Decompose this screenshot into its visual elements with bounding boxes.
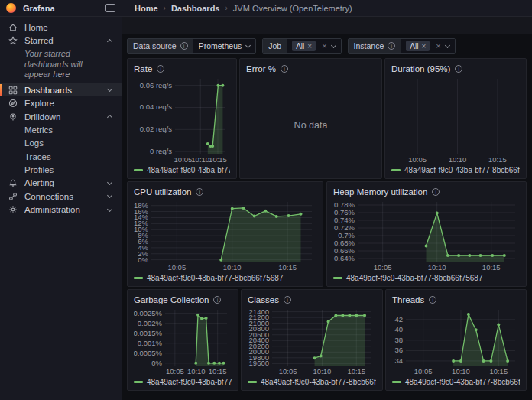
clear-icon[interactable]: ×	[322, 41, 326, 50]
sidebar-item-metrics[interactable]: Metrics	[0, 123, 122, 136]
legend-series[interactable]: 48a49acf-f9c0-43ba-bf77-8bcb66f75687	[147, 166, 230, 174]
breadcrumb-home[interactable]: Home	[135, 4, 158, 13]
error-chart[interactable]: No data	[246, 75, 375, 175]
dashboard-canvas: Data source i Prometheus Job	[122, 34, 532, 400]
sidebar-item-explore[interactable]: Explore	[0, 96, 122, 109]
panel-heap: Heap Memory utilization i 10:0510:1010:1…	[326, 181, 527, 287]
info-icon[interactable]: i	[455, 65, 462, 73]
svg-text:34: 34	[394, 356, 403, 365]
chevron-down-icon[interactable]	[107, 193, 112, 198]
info-icon[interactable]: i	[213, 296, 221, 304]
svg-text:21400: 21400	[249, 307, 269, 316]
svg-text:10:10: 10:10	[313, 367, 332, 376]
heap-chart[interactable]: 10:0510:1010:150.64%0.66%0.68%0.7%0.72%0…	[333, 198, 520, 272]
grafana-app: Grafana Home › Dashboards › JVM Overview…	[0, 0, 532, 400]
series-color-dash	[134, 381, 143, 383]
sidebar-item-administration[interactable]: Administration	[0, 203, 122, 216]
threads-chart[interactable]: 10:0510:1010:153436384042	[392, 306, 520, 376]
sidebar-item-traces[interactable]: Traces	[0, 150, 122, 163]
panel-title[interactable]: CPU utilization	[134, 187, 191, 197]
info-icon[interactable]: i	[284, 296, 291, 304]
svg-text:10:15: 10:15	[209, 155, 227, 164]
chevron-down-icon[interactable]	[107, 207, 112, 212]
svg-text:0.76%: 0.76%	[334, 208, 355, 216]
svg-text:10:15: 10:15	[489, 367, 508, 376]
svg-text:0.74%: 0.74%	[334, 216, 355, 224]
grafana-logo-icon[interactable]	[6, 3, 16, 13]
panel-title[interactable]: Heap Memory utilization	[333, 187, 427, 197]
sidebar-item-profiles[interactable]: Profiles	[0, 163, 122, 176]
duration-chart[interactable]: 10:0510:1010:15	[391, 75, 520, 164]
legend-series[interactable]: 48a49acf-f9c0-43ba-bf77-8bcb66f75687	[405, 378, 520, 386]
remove-tag-icon[interactable]: ×	[421, 42, 426, 50]
panel-title[interactable]: Duration (95%)	[391, 64, 450, 73]
info-icon[interactable]: i	[281, 65, 288, 73]
rate-chart[interactable]: 10:0510:1010:150 req/s0.02 req/s0.04 req…	[134, 75, 230, 164]
clear-icon[interactable]: ×	[436, 41, 440, 50]
var-instance-select[interactable]: All × ×	[401, 39, 454, 53]
sidebar-item-drilldown[interactable]: Drilldown	[0, 110, 122, 123]
legend-series[interactable]: 48a49acf-f9c0-43ba-bf77-8bcb66f75687	[147, 274, 283, 282]
svg-text:10:05: 10:05	[166, 367, 184, 376]
svg-text:10:05: 10:05	[408, 155, 427, 164]
series-color-dash	[248, 381, 257, 383]
svg-text:10:05: 10:05	[279, 367, 297, 376]
svg-text:0.66%: 0.66%	[334, 246, 355, 255]
legend-series[interactable]: 48a49acf-f9c0-43ba-bf77-8bcb66f75687	[346, 274, 482, 282]
sidebar-item-logs[interactable]: Logs	[0, 137, 122, 150]
info-icon[interactable]: i	[196, 188, 203, 196]
star-icon	[8, 35, 18, 46]
drilldown-icon	[8, 112, 18, 122]
svg-text:18%: 18%	[134, 201, 149, 210]
panel-title[interactable]: Classes	[248, 295, 279, 304]
panel-title[interactable]: Error %	[246, 64, 276, 73]
chevron-up-icon[interactable]	[107, 39, 112, 44]
panel-title[interactable]: Rate	[134, 64, 152, 73]
svg-text:40: 40	[394, 325, 403, 333]
svg-text:10:05: 10:05	[374, 263, 392, 272]
var-job-select[interactable]: All × ×	[287, 39, 340, 53]
gc-chart[interactable]: 10:0510:1010:150%0.0005%0.001%0.0015%0.0…	[134, 306, 232, 376]
svg-text:0.64%: 0.64%	[334, 254, 355, 262]
legend-series[interactable]: 48a49acf-f9c0-43ba-bf77-8bcb66f75687	[404, 166, 520, 174]
svg-text:10:15: 10:15	[482, 263, 501, 272]
chevron-down-icon[interactable]	[107, 180, 112, 185]
svg-text:10:15: 10:15	[278, 263, 297, 272]
dock-menu-icon[interactable]	[105, 4, 115, 12]
series-color-dash	[333, 277, 342, 279]
sidebar-item-alerting[interactable]: Alerting	[0, 177, 122, 190]
panel-rate: Rate i 10:0510:1010:150 req/s0.02 req/s0…	[127, 58, 237, 179]
sidebar-item-connections[interactable]: Connections	[0, 190, 122, 203]
svg-text:10:10: 10:10	[449, 155, 467, 164]
svg-text:0.04 req/s: 0.04 req/s	[140, 102, 172, 111]
info-icon[interactable]: i	[157, 65, 164, 73]
info-icon[interactable]: i	[432, 188, 440, 196]
panel-title[interactable]: Garbage Collection	[134, 295, 209, 304]
info-icon[interactable]: i	[388, 42, 395, 50]
panel-title[interactable]: Threads	[392, 295, 424, 304]
svg-text:10:05: 10:05	[167, 263, 186, 272]
svg-text:0.78%: 0.78%	[334, 200, 355, 209]
legend-series[interactable]: 48a49acf-f9c0-43ba-bf77-8bcb66f75687	[147, 378, 232, 386]
var-datasource-select[interactable]: Prometheus	[193, 39, 256, 53]
sidebar-item-dashboards[interactable]: Dashboards	[0, 83, 122, 96]
cpu-chart[interactable]: 10:0510:1010:150%2%4%6%8%10%12%14%16%18%	[134, 198, 316, 272]
svg-text:36: 36	[394, 346, 403, 354]
classes-chart[interactable]: 10:0510:1010:151960019800200002020020400…	[248, 306, 376, 376]
info-icon[interactable]: i	[429, 296, 436, 304]
legend-series[interactable]: 48a49acf-f9c0-43ba-bf77-8bcb66f75687	[261, 378, 376, 386]
svg-text:10:15: 10:15	[209, 367, 227, 376]
dashboard-toolbar	[122, 17, 532, 34]
info-icon[interactable]: i	[180, 42, 188, 50]
sidebar-item-home[interactable]: Home	[0, 21, 122, 34]
svg-text:0.0025%: 0.0025%	[134, 309, 163, 317]
var-datasource-label: Data source	[133, 41, 177, 50]
remove-tag-icon[interactable]: ×	[307, 42, 312, 50]
var-instance-value: All	[410, 42, 418, 50]
sidebar-item-starred[interactable]: Starred	[0, 34, 122, 47]
breadcrumb-dashboards[interactable]: Dashboards	[171, 4, 220, 13]
chevron-down-icon[interactable]	[107, 86, 112, 92]
var-job-chip[interactable]: All ×	[292, 41, 316, 51]
var-instance-chip[interactable]: All ×	[406, 41, 430, 51]
chevron-up-icon[interactable]	[107, 115, 112, 120]
